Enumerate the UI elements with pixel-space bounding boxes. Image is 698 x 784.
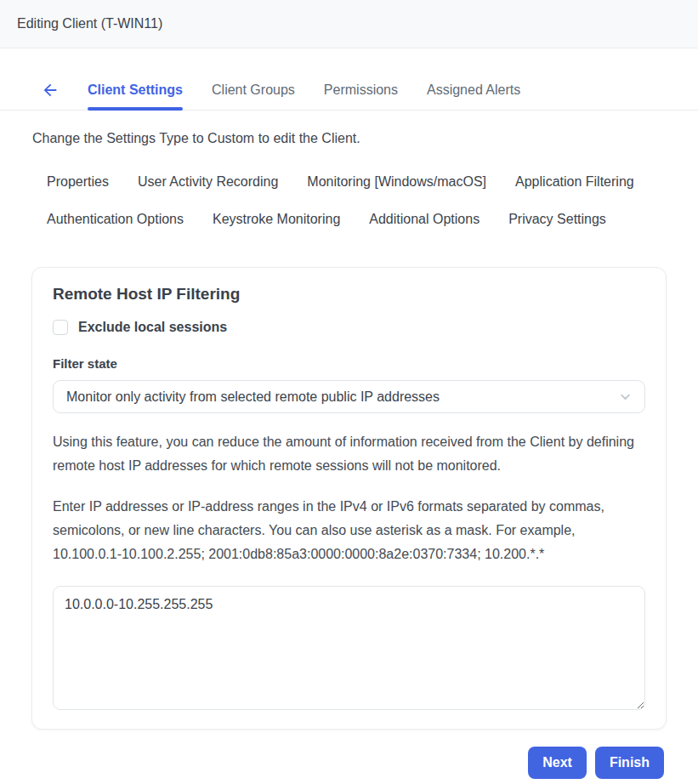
exclude-local-sessions-row[interactable]: Exclude local sessions: [53, 320, 645, 335]
filter-state-select[interactable]: Monitor only activity from selected remo…: [53, 380, 645, 413]
settings-type-notice: Change the Settings Type to Custom to ed…: [32, 131, 666, 146]
subtab-user-activity-recording[interactable]: User Activity Recording: [123, 173, 292, 190]
subtab-additional-options[interactable]: Additional Options: [355, 211, 494, 228]
exclude-local-sessions-checkbox[interactable]: [53, 320, 68, 335]
subtab-monitoring[interactable]: Monitoring [Windows/macOS]: [292, 173, 501, 190]
filter-state-selected-value: Monitor only activity from selected remo…: [66, 389, 440, 405]
ip-format-instructions: Enter IP addresses or IP-address ranges …: [53, 495, 645, 566]
arrow-left-icon: [41, 81, 60, 99]
remote-host-ip-filtering-card: Remote Host IP Filtering Exclude local s…: [31, 267, 667, 730]
page-title: Editing Client (T-WIN11): [17, 16, 162, 31]
filter-state-label: Filter state: [53, 356, 645, 371]
tab-client-settings[interactable]: Client Settings: [88, 82, 183, 110]
subtab-properties[interactable]: Properties: [32, 173, 123, 190]
subtab-keystroke-monitoring[interactable]: Keystroke Monitoring: [198, 211, 355, 228]
subtab-application-filtering[interactable]: Application Filtering: [501, 173, 649, 190]
next-button[interactable]: Next: [528, 747, 587, 779]
wizard-footer: Next Finish: [0, 747, 664, 779]
card-title: Remote Host IP Filtering: [53, 285, 645, 304]
main-tab-bar: Client Settings Client Groups Permission…: [0, 81, 698, 111]
subtab-privacy-settings[interactable]: Privacy Settings: [494, 211, 621, 228]
window-header: Editing Client (T-WIN11): [0, 0, 698, 48]
finish-button[interactable]: Finish: [595, 747, 664, 779]
tab-permissions[interactable]: Permissions: [324, 82, 398, 110]
exclude-local-sessions-label: Exclude local sessions: [78, 320, 227, 335]
chevron-down-icon: [619, 390, 632, 403]
subtab-authentication-options[interactable]: Authentication Options: [32, 211, 198, 228]
back-button[interactable]: [41, 81, 60, 110]
feature-description: Using this feature, you can reduce the a…: [53, 430, 645, 478]
ip-address-list-input[interactable]: 10.0.0.0-10.255.255.255: [53, 586, 645, 710]
tab-assigned-alerts[interactable]: Assigned Alerts: [427, 82, 520, 110]
tab-client-groups[interactable]: Client Groups: [212, 82, 295, 110]
settings-subtab-bar: Properties User Activity Recording Monit…: [32, 173, 689, 228]
